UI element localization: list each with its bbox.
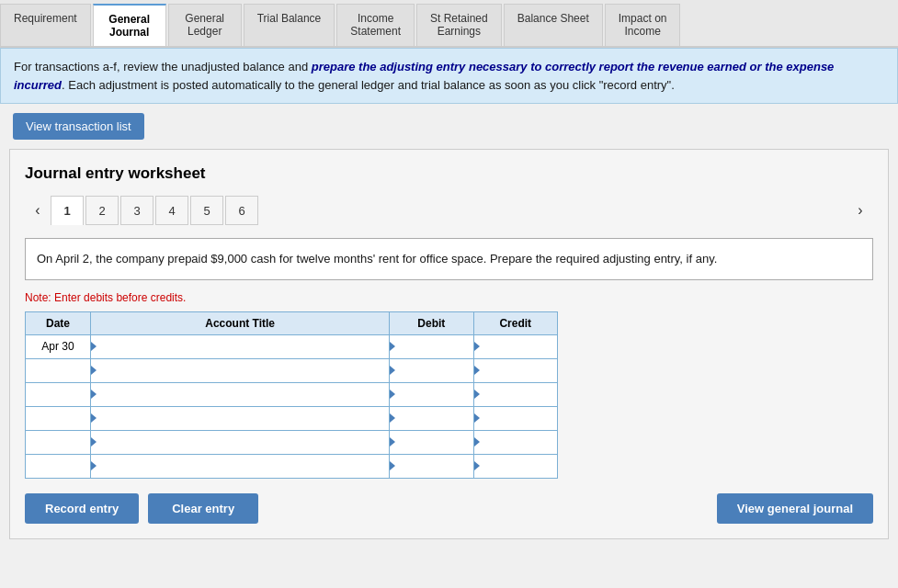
debit-cell-2[interactable]	[390, 358, 473, 382]
info-text-after: . Each adjustment is posted automaticall…	[62, 78, 675, 92]
debit-cell-5[interactable]	[390, 430, 473, 454]
account-input-5[interactable]	[100, 431, 389, 454]
debit-input-1[interactable]	[397, 335, 472, 358]
table-row: Apr 30	[26, 334, 558, 358]
debit-input-5[interactable]	[397, 431, 472, 454]
table-row	[26, 430, 558, 454]
pagination-prev[interactable]: ‹	[25, 196, 51, 225]
debit-cell-4[interactable]	[390, 406, 473, 430]
date-cell-5	[26, 430, 91, 454]
credit-cell-6[interactable]	[473, 454, 557, 478]
tab-bar: Requirement GeneralJournal GeneralLedger…	[0, 0, 898, 48]
account-input-6[interactable]	[100, 455, 389, 478]
tab-balance-sheet[interactable]: Balance Sheet	[504, 4, 603, 46]
info-banner: For transactions a-f, review the unadjus…	[0, 48, 898, 104]
credit-input-4[interactable]	[482, 407, 557, 430]
table-row	[26, 454, 558, 478]
credit-cell-4[interactable]	[473, 406, 557, 430]
account-input-2[interactable]	[100, 359, 389, 382]
col-header-credit: Credit	[473, 311, 557, 334]
pagination-page-2[interactable]: 2	[85, 196, 119, 225]
tab-general-journal[interactable]: GeneralJournal	[93, 4, 166, 46]
tab-requirement[interactable]: Requirement	[0, 4, 91, 46]
pagination-page-3[interactable]: 3	[120, 196, 153, 225]
debit-cell-3[interactable]	[390, 382, 473, 406]
credit-input-6[interactable]	[482, 455, 557, 478]
note-text: Note: Enter debits before credits.	[25, 291, 873, 304]
table-row	[26, 382, 558, 406]
view-general-journal-button[interactable]: View general journal	[717, 493, 873, 524]
debit-input-4[interactable]	[397, 407, 472, 430]
account-cell-5[interactable]	[91, 430, 390, 454]
tab-st-retained-earnings[interactable]: St RetainedEarnings	[416, 4, 502, 46]
credit-input-2[interactable]	[482, 359, 557, 382]
debit-input-3[interactable]	[397, 383, 472, 406]
credit-input-3[interactable]	[482, 383, 557, 406]
record-entry-button[interactable]: Record entry	[25, 493, 139, 524]
action-bar: View transaction list	[0, 104, 898, 149]
pagination-page-4[interactable]: 4	[155, 196, 188, 225]
tab-general-ledger[interactable]: GeneralLedger	[168, 4, 242, 46]
tab-income-statement[interactable]: IncomeStatement	[336, 4, 415, 46]
date-cell-3	[26, 382, 91, 406]
table-row	[26, 358, 558, 382]
date-cell-1: Apr 30	[26, 334, 91, 358]
pagination-page-5[interactable]: 5	[190, 196, 223, 225]
pagination: ‹ 1 2 3 4 5 6 ›	[25, 196, 873, 225]
col-header-account: Account Title	[91, 311, 390, 334]
worksheet-title: Journal entry worksheet	[25, 164, 873, 183]
clear-entry-button[interactable]: Clear entry	[148, 493, 258, 524]
account-input-1[interactable]	[100, 335, 389, 358]
account-cell-6[interactable]	[91, 454, 390, 478]
date-cell-4	[26, 406, 91, 430]
debit-cell-6[interactable]	[390, 454, 473, 478]
bottom-buttons: Record entry Clear entry View general jo…	[25, 493, 873, 524]
debit-input-6[interactable]	[397, 455, 472, 478]
date-cell-2	[26, 358, 91, 382]
pagination-page-1[interactable]: 1	[51, 196, 84, 225]
credit-cell-2[interactable]	[473, 358, 557, 382]
account-cell-2[interactable]	[91, 358, 390, 382]
account-cell-4[interactable]	[91, 406, 390, 430]
transaction-description: On April 2, the company prepaid $9,000 c…	[25, 238, 873, 280]
date-cell-6	[26, 454, 91, 478]
pagination-next[interactable]: ›	[847, 196, 873, 225]
journal-table: Date Account Title Debit Credit Apr 30	[25, 311, 558, 479]
tab-trial-balance[interactable]: Trial Balance	[244, 4, 335, 46]
info-text-before: For transactions a-f, review the unadjus…	[14, 60, 312, 74]
pagination-page-6[interactable]: 6	[225, 196, 258, 225]
credit-input-1[interactable]	[482, 335, 557, 358]
col-header-debit: Debit	[390, 311, 473, 334]
debit-cell-1[interactable]	[390, 334, 473, 358]
credit-cell-5[interactable]	[473, 430, 557, 454]
debit-input-2[interactable]	[397, 359, 472, 382]
view-transaction-list-button[interactable]: View transaction list	[13, 113, 144, 140]
account-input-4[interactable]	[100, 407, 389, 430]
credit-cell-3[interactable]	[473, 382, 557, 406]
worksheet-container: Journal entry worksheet ‹ 1 2 3 4 5 6 › …	[9, 149, 889, 539]
credit-cell-1[interactable]	[473, 334, 557, 358]
tab-impact-on-income[interactable]: Impact onIncome	[605, 4, 681, 46]
col-header-date: Date	[26, 311, 91, 334]
account-cell-1[interactable]	[91, 334, 390, 358]
credit-input-5[interactable]	[482, 431, 557, 454]
table-row	[26, 406, 558, 430]
account-input-3[interactable]	[100, 383, 389, 406]
account-cell-3[interactable]	[91, 382, 390, 406]
